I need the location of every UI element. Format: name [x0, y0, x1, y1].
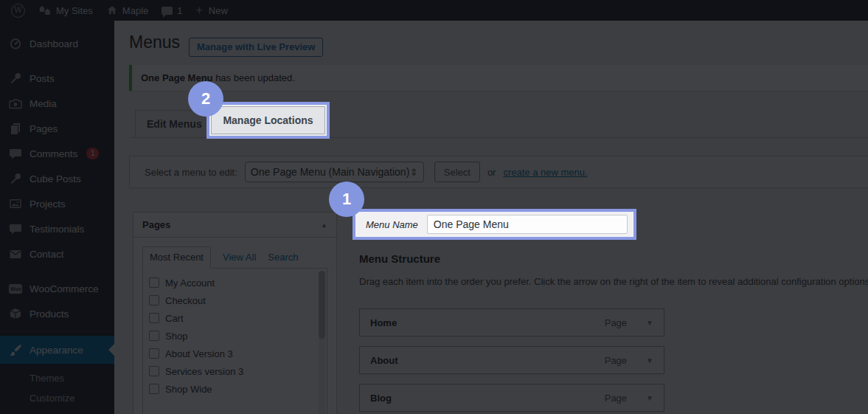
step-1-badge: 1	[329, 182, 364, 217]
tab-manage-locations[interactable]: Manage Locations	[211, 106, 325, 134]
menu-name-input[interactable]	[427, 215, 628, 234]
tutorial-dim-overlay	[0, 0, 868, 414]
menu-name-highlight: Menu Name	[353, 209, 636, 240]
menu-name-label: Menu Name	[366, 219, 418, 230]
wordpress-admin-screen: W My Sites Maple 1 + New Dashboard Posts	[0, 0, 868, 414]
manage-locations-highlight: Manage Locations	[206, 102, 330, 139]
step-2-badge: 2	[188, 81, 223, 117]
